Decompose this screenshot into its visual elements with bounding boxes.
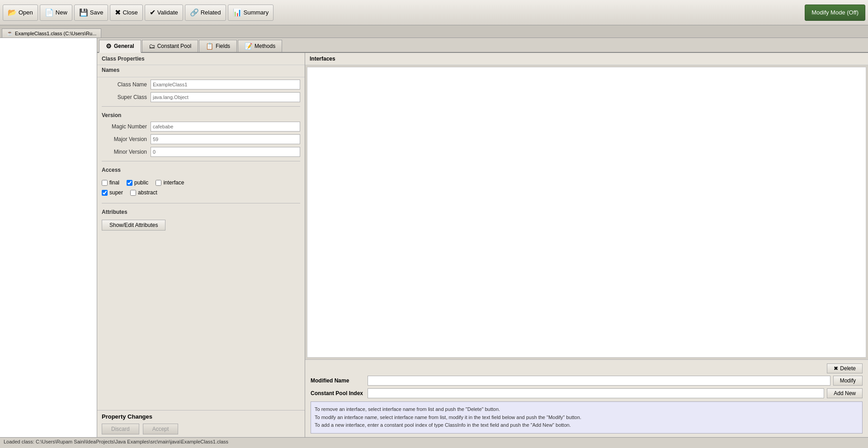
abstract-checkbox[interactable]	[130, 190, 136, 196]
file-tab[interactable]: ☕ ExampleClass1.class (C:\Users\Ru...	[2, 28, 101, 38]
status-bar: Loaded class: C:\Users\Rupam Saini\IdeaP…	[0, 437, 868, 448]
interface-checkbox[interactable]	[156, 180, 161, 186]
property-changes-buttons: Discard Accept	[102, 424, 300, 434]
open-button[interactable]: 📂 Open	[3, 5, 38, 21]
accept-button[interactable]: Accept	[143, 424, 179, 434]
constant-pool-index-input[interactable]	[368, 388, 824, 398]
interface-controls: ✖ Delete Modified Name Modify Constant P…	[305, 359, 868, 437]
names-label: Names	[102, 67, 300, 75]
final-checkbox-item[interactable]: final	[102, 179, 119, 186]
tab-methods[interactable]: 📝 Methods	[238, 40, 282, 52]
summary-button[interactable]: 📊 Summary	[228, 5, 274, 21]
major-version-row: Major Version	[97, 133, 305, 146]
methods-tab-icon: 📝	[245, 42, 252, 50]
show-edit-attributes-button[interactable]: Show/Edit Attributes	[102, 220, 165, 231]
fields-tab-icon: 📋	[206, 42, 213, 50]
public-checkbox[interactable]	[127, 180, 132, 186]
names-subsection: Names	[97, 65, 305, 77]
minor-version-input[interactable]	[151, 147, 300, 157]
class-name-label: Class Name	[102, 81, 147, 88]
version-label: Version	[97, 109, 305, 120]
attributes-section: Show/Edit Attributes	[97, 217, 305, 233]
file-tabs: ☕ ExampleClass1.class (C:\Users\Ru...	[0, 25, 868, 38]
close-icon: ✖	[115, 8, 121, 17]
summary-icon: 📊	[233, 8, 242, 17]
save-icon: 💾	[79, 8, 88, 17]
magic-number-row: Magic Number	[97, 120, 305, 133]
abstract-checkbox-item[interactable]: abstract	[130, 189, 157, 196]
constant-pool-index-row: Constant Pool Index Add New	[309, 387, 864, 400]
delete-x-icon: ✖	[834, 365, 838, 372]
interfaces-label: Interfaces	[305, 53, 868, 65]
modified-name-row: Modified Name Modify	[309, 374, 864, 387]
new-button[interactable]: 📄 New	[40, 5, 72, 21]
interfaces-list[interactable]	[307, 67, 866, 358]
property-changes-section: Property Changes Discard Accept	[97, 410, 305, 437]
instructions-area: To remove an interface, select interface…	[311, 401, 863, 434]
super-checkbox-item[interactable]: super	[102, 189, 123, 196]
open-icon: 📂	[8, 8, 17, 17]
main-content: ⚙ General 🗂 Constant Pool 📋 Fields 📝 Met…	[0, 38, 868, 437]
magic-number-label: Magic Number	[102, 123, 147, 130]
constant-pool-tab-icon: 🗂	[149, 42, 155, 50]
class-name-input[interactable]	[151, 80, 300, 90]
access-row-2: super abstract	[102, 188, 300, 198]
add-new-button[interactable]: Add New	[827, 388, 863, 398]
modified-name-label: Modified Name	[311, 377, 365, 384]
props-panel: Class Properties Names Class Name Super …	[97, 53, 305, 437]
constant-pool-index-label: Constant Pool Index	[311, 390, 365, 396]
delete-button[interactable]: ✖ Delete	[827, 363, 863, 373]
class-properties-header: Class Properties	[97, 53, 305, 64]
tab-bar: ⚙ General 🗂 Constant Pool 📋 Fields 📝 Met…	[97, 38, 868, 53]
tab-content: Class Properties Names Class Name Super …	[97, 53, 868, 437]
minor-version-label: Minor Version	[102, 149, 147, 155]
modify-button[interactable]: Modify	[833, 376, 863, 386]
class-name-row: Class Name	[97, 78, 305, 91]
tab-constant-pool[interactable]: 🗂 Constant Pool	[142, 40, 198, 52]
instruction-2: To modify an interface name, select inte…	[315, 414, 859, 422]
property-changes-header: Property Changes	[102, 413, 300, 420]
modified-name-input[interactable]	[368, 376, 830, 386]
sidebar	[0, 38, 97, 437]
close-button[interactable]: ✖ Close	[110, 5, 142, 21]
general-tab-icon: ⚙	[106, 42, 112, 50]
final-checkbox[interactable]	[102, 180, 108, 186]
public-checkbox-item[interactable]: public	[127, 179, 148, 186]
related-button[interactable]: 🔗 Related	[185, 5, 226, 21]
validate-icon: ✔	[150, 8, 156, 17]
related-icon: 🔗	[190, 8, 199, 17]
file-icon: ☕	[7, 30, 13, 36]
validate-button[interactable]: ✔ Validate	[145, 5, 183, 21]
attributes-label: Attributes	[97, 206, 305, 217]
instruction-1: To remove an interface, select interface…	[315, 406, 859, 414]
instruction-3: To add a new interface, enter a constant…	[315, 421, 859, 429]
super-class-input[interactable]	[151, 92, 300, 102]
magic-number-input[interactable]	[151, 122, 300, 132]
super-class-row: Super Class	[97, 91, 305, 104]
tab-general[interactable]: ⚙ General	[99, 40, 141, 53]
discard-button[interactable]: Discard	[102, 424, 139, 434]
modify-mode-button[interactable]: Modify Mode (Off)	[805, 5, 865, 21]
super-class-label: Super Class	[102, 94, 147, 100]
access-section: final public interface	[97, 175, 305, 200]
minor-version-row: Minor Version	[97, 146, 305, 158]
props-spacer	[97, 233, 305, 410]
super-checkbox[interactable]	[102, 190, 108, 196]
new-icon: 📄	[45, 8, 54, 17]
interface-checkbox-item[interactable]: interface	[156, 179, 184, 186]
delete-btn-row: ✖ Delete	[309, 362, 864, 374]
toolbar: 📂 Open 📄 New 💾 Save ✖ Close ✔ Validate 🔗…	[0, 0, 868, 25]
major-version-label: Major Version	[102, 136, 147, 142]
save-button[interactable]: 💾 Save	[74, 5, 108, 21]
tab-fields[interactable]: 📋 Fields	[199, 40, 237, 52]
right-panel: ⚙ General 🗂 Constant Pool 📋 Fields 📝 Met…	[97, 38, 868, 437]
interfaces-panel: Interfaces ✖ Delete Modified Name Mod	[305, 53, 868, 437]
access-label: Access	[97, 164, 305, 175]
major-version-input[interactable]	[151, 134, 300, 144]
access-row-1: final public interface	[102, 178, 300, 188]
